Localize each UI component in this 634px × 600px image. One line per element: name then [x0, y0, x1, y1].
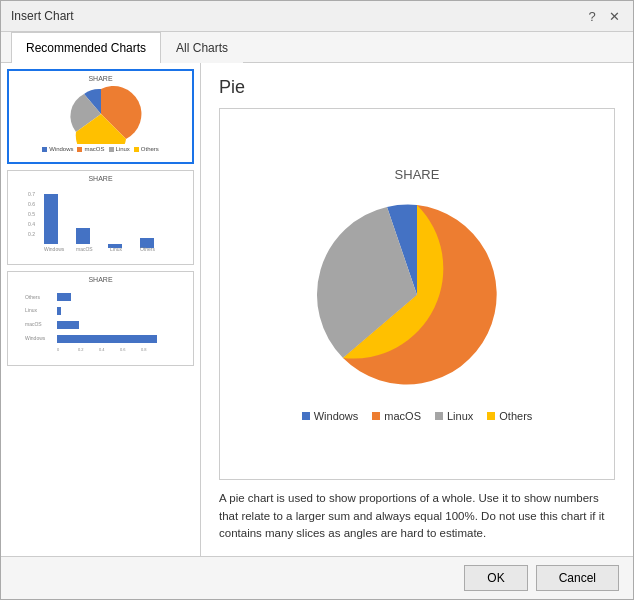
thumbnail-pie[interactable]: SHARE Windows macOS [7, 69, 194, 164]
chart-description: A pie chart is used to show proportions … [219, 490, 615, 542]
svg-text:0.4: 0.4 [28, 221, 35, 227]
title-bar: Insert Chart ? ✕ [1, 1, 633, 32]
tab-all-charts[interactable]: All Charts [161, 32, 243, 63]
thumbnail-hbar[interactable]: SHARE Others Linux macOS Windows 0 [7, 271, 194, 366]
footer: OK Cancel [1, 556, 633, 599]
big-chart-container: SHARE Windows macOS [230, 167, 604, 422]
svg-text:macOS: macOS [25, 321, 42, 327]
svg-text:0.2: 0.2 [78, 347, 84, 352]
help-button[interactable]: ? [583, 7, 601, 25]
svg-text:0.7: 0.7 [28, 191, 35, 197]
svg-text:0.6: 0.6 [28, 201, 35, 207]
ok-button[interactable]: OK [464, 565, 527, 591]
svg-text:0.5: 0.5 [28, 211, 35, 217]
big-pie-svg [287, 190, 547, 400]
svg-text:Windows: Windows [44, 246, 65, 252]
chart-type-name: Pie [219, 77, 615, 98]
svg-text:macOS: macOS [76, 246, 93, 252]
svg-text:0.8: 0.8 [141, 347, 147, 352]
svg-rect-6 [76, 228, 90, 244]
close-button[interactable]: ✕ [605, 7, 623, 25]
svg-text:0.6: 0.6 [120, 347, 126, 352]
svg-rect-19 [57, 321, 79, 329]
cancel-button[interactable]: Cancel [536, 565, 619, 591]
svg-rect-17 [57, 293, 71, 301]
title-bar-left: Insert Chart [11, 9, 74, 23]
svg-rect-18 [57, 307, 61, 315]
tab-bar: Recommended Charts All Charts [1, 32, 633, 63]
mini-legend: Windows macOS Linux Others [42, 146, 159, 152]
big-chart-title: SHARE [395, 167, 440, 182]
svg-text:0.4: 0.4 [99, 347, 105, 352]
dialog-title: Insert Chart [11, 9, 74, 23]
svg-text:Others: Others [25, 294, 41, 300]
svg-text:0: 0 [57, 347, 60, 352]
mini-pie-svg [46, 84, 156, 144]
title-bar-right: ? ✕ [583, 7, 623, 25]
svg-rect-5 [44, 194, 58, 244]
svg-text:Others: Others [140, 246, 156, 252]
mini-hbar-svg: Others Linux macOS Windows 0 0.2 0.4 0 [23, 285, 178, 353]
right-panel: Pie SHARE W [201, 63, 633, 556]
tab-recommended[interactable]: Recommended Charts [11, 32, 161, 63]
chart-preview-box: SHARE Windows macOS [219, 108, 615, 480]
mini-bar-svg: 0.7 0.6 0.5 0.4 0.2 Windows macOS Linu [26, 184, 176, 252]
insert-chart-dialog: Insert Chart ? ✕ Recommended Charts All … [0, 0, 634, 600]
svg-text:Linux: Linux [110, 246, 122, 252]
svg-rect-20 [57, 335, 157, 343]
big-legend: Windows macOS Linux Others [302, 410, 533, 422]
svg-text:Linux: Linux [25, 307, 37, 313]
thumbnail-bar[interactable]: SHARE 0.7 0.6 0.5 0.4 0.2 [7, 170, 194, 265]
left-panel: SHARE Windows macOS [1, 63, 201, 556]
main-content: SHARE Windows macOS [1, 63, 633, 556]
svg-text:Windows: Windows [25, 335, 46, 341]
svg-text:0.2: 0.2 [28, 231, 35, 237]
